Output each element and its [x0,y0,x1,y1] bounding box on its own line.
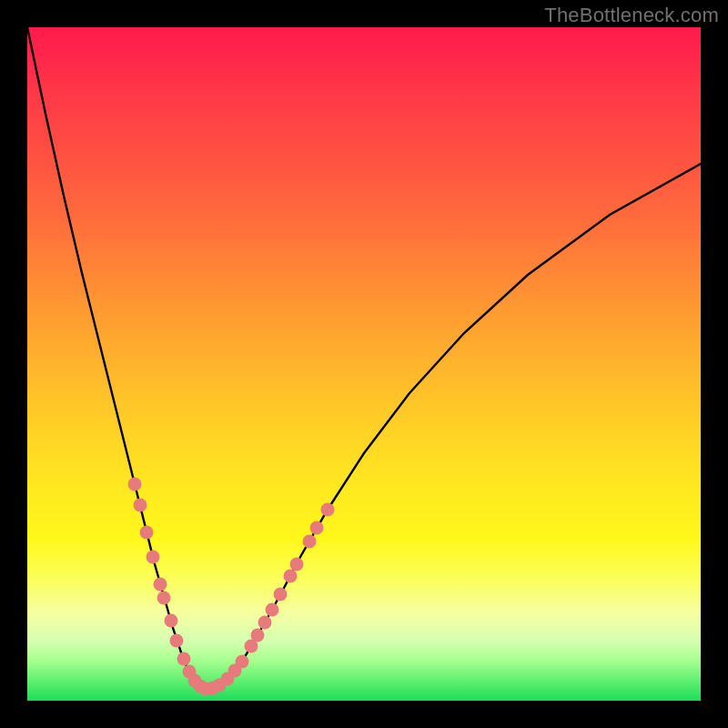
plot-area [27,27,701,701]
data-marker [284,570,298,583]
data-marker [128,478,142,491]
data-marker [154,578,167,592]
data-marker [321,503,335,517]
watermark-text: TheBottleneck.com [544,4,719,27]
data-markers [128,478,335,696]
data-marker [258,616,272,630]
data-marker [165,614,178,628]
data-marker [303,535,317,549]
data-marker [251,629,265,642]
data-marker [134,499,147,512]
bottleneck-curve [27,27,701,689]
data-marker [147,551,160,564]
data-marker [170,634,184,648]
bottleneck-curve-svg [27,27,701,701]
data-marker [236,655,249,669]
data-marker [290,558,304,571]
chart-frame: TheBottleneck.com [0,0,728,728]
data-marker [310,521,324,535]
data-marker [140,526,154,540]
data-marker [274,588,288,602]
data-marker [266,603,279,617]
data-marker [177,652,191,666]
data-marker [157,592,171,605]
